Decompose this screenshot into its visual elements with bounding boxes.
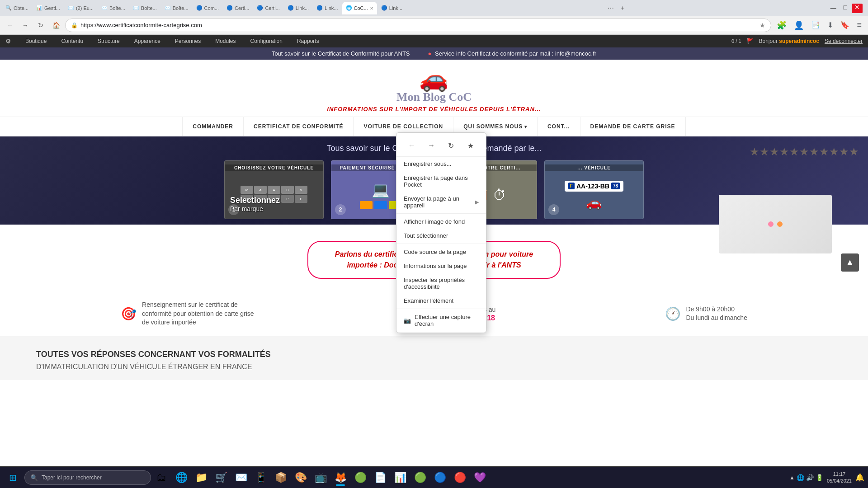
menu-button[interactable]: ≡ (854, 19, 864, 31)
nav-carte-grise[interactable]: DEMANDE DE CARTE GRISE (580, 117, 686, 136)
tab-7[interactable]: 🔵 Com... (193, 2, 222, 14)
forward-button[interactable]: → (19, 19, 32, 32)
nav-commander[interactable]: COMMANDER (182, 117, 244, 136)
cms-menu-contentu[interactable]: Contentu (57, 35, 87, 47)
tab-label-10: Link... (296, 5, 309, 11)
taskbar-task-view[interactable]: 🗂 (152, 469, 170, 487)
taskbar-app2[interactable]: 🟢 (411, 469, 429, 487)
profile-icon[interactable]: 👤 (791, 19, 807, 31)
info-title-1: Renseignement sur le certificat de confo… (142, 301, 254, 326)
window-minimize-btn[interactable]: ─ (828, 4, 839, 13)
battery-icon[interactable]: 🔋 (816, 474, 823, 481)
taskbar-store[interactable]: 🛒 (212, 469, 230, 487)
tab-9[interactable]: 🔵 Certi... (253, 2, 283, 14)
cms-menu-boutique[interactable]: Boutique (22, 35, 50, 47)
cms-menu-personnes[interactable]: Personnes (171, 35, 204, 47)
window-maximize-btn[interactable]: □ (841, 4, 850, 13)
taskbar-phone[interactable]: 📱 (252, 469, 270, 487)
cms-menu-rapports[interactable]: Rapports (293, 35, 323, 47)
nav-cont[interactable]: CONT... (538, 117, 580, 136)
extensions-icon[interactable]: 🧩 (774, 19, 789, 31)
ctx-item-capture[interactable]: 📷 Effectuer une capture d'écran (396, 310, 486, 331)
home-button[interactable]: 🏠 (50, 19, 62, 32)
scroll-top-button[interactable]: ▲ (841, 253, 859, 272)
cms-menu-configuration[interactable]: Configuration (247, 35, 286, 47)
dot-pink (768, 221, 774, 227)
tab-6[interactable]: ✉️ Boîte... (161, 2, 192, 14)
ctx-item-pocket[interactable]: Enregistrer la page dans Pocket (396, 171, 486, 192)
taskbar-package[interactable]: 📦 (272, 469, 290, 487)
taskbar-edge[interactable]: 🌐 (172, 469, 190, 487)
cms-menu-modules[interactable]: Modules (212, 35, 239, 47)
tab-4[interactable]: ✉️ Boîte... (98, 2, 129, 14)
network-icon[interactable]: 🌐 (797, 474, 804, 481)
ctx-separator-2 (396, 244, 486, 244)
tab-13[interactable]: 🔵 Link... (377, 2, 406, 14)
taskbar-app4[interactable]: 🔴 (451, 469, 469, 487)
info-item-1: 🎯 Renseignement sur le certificat de con… (121, 300, 256, 327)
cms-flag-icon: 🚩 (747, 38, 754, 44)
taskbar-paint[interactable]: 🎨 (292, 469, 310, 487)
ctx-item-examiner[interactable]: Examiner l'élément (396, 294, 486, 308)
ctx-item-tout-selectionner[interactable]: Tout sélectionner (396, 229, 486, 243)
taskbar-mail[interactable]: ✉️ (232, 469, 250, 487)
search-placeholder: Taper ici pour rechercher (42, 474, 102, 481)
tab-12-active[interactable]: 🌐 CoC... ✕ (342, 2, 377, 14)
url-bar[interactable]: 🔒 https://www.certificatconformite-carte… (65, 19, 771, 32)
ctx-item-accessibilite[interactable]: Inspecter les propriétés d'accessibilité (396, 273, 486, 294)
ctx-bookmark-btn[interactable]: ★ (463, 138, 478, 153)
taskbar-browser1[interactable]: 🦊 (331, 469, 349, 487)
ctx-label-enregistrer-sous: Enregistrer sous... (404, 160, 452, 167)
tab-1[interactable]: 🔍 Obte... (2, 2, 32, 14)
plate-number: AA-123-BB (576, 183, 609, 190)
tab-close-icon[interactable]: ✕ (370, 6, 373, 11)
ctx-back-btn[interactable]: ← (405, 138, 419, 153)
volume-icon[interactable]: 🔊 (806, 474, 814, 481)
context-menu-nav: ← → ↻ ★ (396, 135, 486, 157)
ctx-item-code-source[interactable]: Code source de la page (396, 245, 486, 259)
cms-menu-apparence[interactable]: Apparence (131, 35, 164, 47)
logout-link[interactable]: Se déconnecter (825, 38, 863, 44)
ctx-item-informations[interactable]: Informations sur la page (396, 259, 486, 273)
start-button[interactable]: ⊞ (4, 469, 22, 487)
window-close-btn[interactable]: ✕ (852, 4, 863, 13)
taskbar-right: ▲ 🌐 🔊 🔋 11:17 05/04/2021 🔔 (789, 471, 864, 484)
tray-up-arrow[interactable]: ▲ (789, 474, 795, 481)
nav-certificat[interactable]: CERTIFICAT DE CONFORMITÉ (244, 117, 354, 136)
tab-10[interactable]: 🔵 Link... (284, 2, 312, 14)
back-button[interactable]: ← (4, 19, 16, 32)
tab-3[interactable]: ✉️ (2) Eu... (64, 2, 97, 14)
taskbar-app3[interactable]: 🔵 (431, 469, 449, 487)
taskbar-excel[interactable]: 📊 (391, 469, 409, 487)
app3-icon: 🔵 (434, 472, 446, 483)
ctx-item-image-fond[interactable]: Afficher l'image de fond (396, 215, 486, 229)
tab-favicon-11: 🔵 (316, 5, 323, 11)
reload-button[interactable]: ↻ (34, 19, 47, 32)
taskbar-media[interactable]: 📺 (311, 469, 330, 487)
downloads-icon[interactable]: ⬇ (825, 20, 836, 30)
ctx-reload-btn[interactable]: ↻ (444, 138, 458, 153)
tab-11[interactable]: 🔵 Link... (313, 2, 341, 14)
cms-menu-structure[interactable]: Structure (94, 35, 123, 47)
ctx-item-enregistrer-sous[interactable]: Enregistrer sous... (396, 157, 486, 171)
tab-2[interactable]: 📊 Gesti... (33, 2, 64, 14)
taskbar-word[interactable]: 📄 (371, 469, 389, 487)
taskbar-app5[interactable]: 💜 (471, 469, 489, 487)
tab-8[interactable]: 🔵 Certi... (223, 2, 253, 14)
taskbar-clock[interactable]: 11:17 05/04/2021 (827, 471, 852, 484)
ctx-forward-btn[interactable]: → (424, 138, 439, 153)
taskbar-teams[interactable]: 🟢 (351, 469, 369, 487)
notification-icon[interactable]: 🔔 (855, 473, 864, 482)
taskbar-explorer[interactable]: 📁 (192, 469, 210, 487)
more-tabs-icon[interactable]: ⋯ (606, 4, 616, 13)
taskbar-search[interactable]: 🔍 Taper ici pour rechercher (24, 470, 151, 485)
ctx-bookmark-icon: ★ (467, 141, 474, 150)
hero-card-4: ... VÉHICULE F AA-123-BB 78 🚗 4 (544, 160, 644, 219)
bookmarks-icon[interactable]: 🔖 (838, 20, 852, 30)
ctx-separator-3 (396, 309, 486, 309)
tab-5[interactable]: ✉️ Boîte... (129, 2, 160, 14)
url-star-icon[interactable]: ★ (760, 22, 765, 29)
new-tab-icon[interactable]: ＋ (618, 3, 627, 13)
ctx-item-envoyer[interactable]: Envoyer la page à un appareil ▶ (396, 192, 486, 212)
synced-tabs-icon[interactable]: 📑 (808, 20, 823, 30)
